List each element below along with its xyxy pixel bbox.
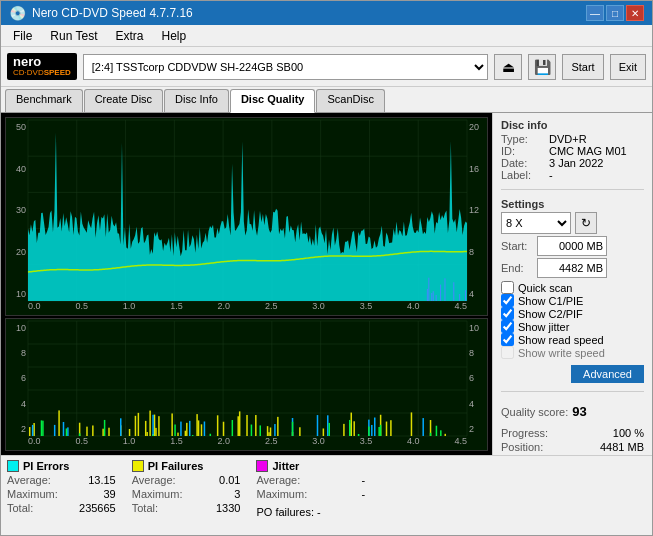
progress-label: Progress: xyxy=(501,427,548,439)
eject-icon-btn[interactable]: ⏏ xyxy=(494,54,522,80)
show-c1pie-label: Show C1/PIE xyxy=(518,295,583,307)
pi-failures-max-row: Maximum: 3 xyxy=(132,488,241,500)
tab-disc-quality[interactable]: Disc Quality xyxy=(230,89,316,113)
end-row: End: xyxy=(501,258,644,278)
upper-x-45: 4.5 xyxy=(454,301,467,315)
show-c2pif-checkbox[interactable] xyxy=(501,307,514,320)
show-write-speed-row: Show write speed xyxy=(501,346,644,359)
id-value: CMC MAG M01 xyxy=(549,145,627,157)
upper-y-right-4: 4 xyxy=(467,289,487,299)
lower-y-right-4: 4 xyxy=(467,399,487,409)
pi-errors-avg-value: 13.15 xyxy=(66,474,116,486)
sidebar: Disc info Type: DVD+R ID: CMC MAG M01 Da… xyxy=(492,113,652,455)
menu-extra[interactable]: Extra xyxy=(107,27,151,44)
lower-y-left-8: 8 xyxy=(6,348,28,358)
label-row: Label: - xyxy=(501,169,644,181)
upper-x-20: 2.0 xyxy=(218,301,231,315)
pi-failures-total-label: Total: xyxy=(132,502,158,514)
upper-chart: 50 40 30 20 10 20 16 12 8 4 0.0 0.5 xyxy=(5,117,488,316)
id-label: ID: xyxy=(501,145,545,157)
title-bar-left: 💿 Nero CD-DVD Speed 4.7.7.16 xyxy=(9,5,193,21)
disc-info-title: Disc info xyxy=(501,119,644,131)
show-c2pif-row: Show C2/PIF xyxy=(501,307,644,320)
menu-file[interactable]: File xyxy=(5,27,40,44)
pi-failures-legend xyxy=(132,460,144,472)
close-button[interactable]: ✕ xyxy=(626,5,644,21)
window-title: Nero CD-DVD Speed 4.7.7.16 xyxy=(32,6,193,20)
lower-y-right-2: 2 xyxy=(467,424,487,434)
lower-chart-canvas xyxy=(6,319,487,450)
quick-scan-label: Quick scan xyxy=(518,282,572,294)
label-label: Label: xyxy=(501,169,545,181)
speed-row: 8 X ↻ xyxy=(501,212,644,234)
jitter-max-value: - xyxy=(315,488,365,500)
pi-errors-group: PI Errors Average: 13.15 Maximum: 39 Tot… xyxy=(7,460,116,531)
pi-failures-avg-label: Average: xyxy=(132,474,176,486)
type-label: Type: xyxy=(501,133,545,145)
show-write-speed-label: Show write speed xyxy=(518,347,605,359)
quick-scan-row: Quick scan xyxy=(501,281,644,294)
minimize-button[interactable]: — xyxy=(586,5,604,21)
settings-title: Settings xyxy=(501,198,644,210)
show-read-speed-checkbox[interactable] xyxy=(501,333,514,346)
tab-create-disc[interactable]: Create Disc xyxy=(84,89,163,112)
title-bar-controls: — □ ✕ xyxy=(586,5,644,21)
tab-scan-disc[interactable]: ScanDisc xyxy=(316,89,384,112)
date-label: Date: xyxy=(501,157,545,169)
jitter-header: Jitter xyxy=(256,460,365,472)
tab-benchmark[interactable]: Benchmark xyxy=(5,89,83,112)
pi-errors-legend xyxy=(7,460,19,472)
lower-y-right-6: 6 xyxy=(467,373,487,383)
upper-x-25: 2.5 xyxy=(265,301,278,315)
quality-score-row: Quality score: 93 xyxy=(501,404,644,419)
jitter-max-label: Maximum: xyxy=(256,488,307,500)
maximize-button[interactable]: □ xyxy=(606,5,624,21)
show-c2pif-label: Show C2/PIF xyxy=(518,308,583,320)
lower-y-right-axis: 10 8 6 4 2 xyxy=(467,321,487,436)
refresh-icon-btn[interactable]: ↻ xyxy=(575,212,597,234)
upper-chart-canvas xyxy=(6,118,487,315)
upper-x-10: 1.0 xyxy=(123,301,136,315)
menu-run-test[interactable]: Run Test xyxy=(42,27,105,44)
tab-disc-info[interactable]: Disc Info xyxy=(164,89,229,112)
show-read-speed-label: Show read speed xyxy=(518,334,604,346)
upper-x-0: 0.0 xyxy=(28,301,41,315)
pi-failures-avg-value: 0.01 xyxy=(190,474,240,486)
show-write-speed-checkbox xyxy=(501,346,514,359)
main-window: 💿 Nero CD-DVD Speed 4.7.7.16 — □ ✕ File … xyxy=(0,0,653,536)
start-button[interactable]: Start xyxy=(562,54,603,80)
upper-y-right-20: 20 xyxy=(467,122,487,132)
po-failures-value: - xyxy=(317,506,321,518)
pi-failures-max-label: Maximum: xyxy=(132,488,183,500)
menu-help[interactable]: Help xyxy=(154,27,195,44)
position-label: Position: xyxy=(501,441,543,453)
menu-bar: File Run Test Extra Help xyxy=(1,25,652,47)
lower-y-left-6: 6 xyxy=(6,373,28,383)
show-c1pie-checkbox[interactable] xyxy=(501,294,514,307)
speed-select[interactable]: 8 X xyxy=(501,212,571,234)
po-failures-label: PO failures: xyxy=(256,506,313,518)
drive-select[interactable]: [2:4] TSSTcorp CDDVDW SH-224GB SB00 xyxy=(83,54,489,80)
upper-y-left-20: 20 xyxy=(6,247,28,257)
pi-failures-header: PI Failures xyxy=(132,460,241,472)
pi-errors-max-value: 39 xyxy=(66,488,116,500)
show-jitter-checkbox[interactable] xyxy=(501,320,514,333)
lower-y-left-axis: 10 8 6 4 2 xyxy=(6,321,28,436)
upper-x-40: 4.0 xyxy=(407,301,420,315)
lower-y-left-10: 10 xyxy=(6,323,28,333)
upper-x-30: 3.0 xyxy=(312,301,325,315)
settings-section: Settings 8 X ↻ Start: End: Qui xyxy=(501,198,644,383)
pi-errors-max-label: Maximum: xyxy=(7,488,58,500)
save-icon-btn[interactable]: 💾 xyxy=(528,54,556,80)
exit-button[interactable]: Exit xyxy=(610,54,646,80)
start-input[interactable] xyxy=(537,236,607,256)
quick-scan-checkbox[interactable] xyxy=(501,281,514,294)
jitter-group: Jitter Average: - Maximum: - PO failures… xyxy=(256,460,365,531)
pi-failures-group: PI Failures Average: 0.01 Maximum: 3 Tot… xyxy=(132,460,241,531)
pi-failures-max-value: 3 xyxy=(190,488,240,500)
pi-failures-total-value: 1330 xyxy=(190,502,240,514)
show-read-speed-row: Show read speed xyxy=(501,333,644,346)
advanced-button[interactable]: Advanced xyxy=(571,365,644,383)
divider-1 xyxy=(501,189,644,190)
end-input[interactable] xyxy=(537,258,607,278)
